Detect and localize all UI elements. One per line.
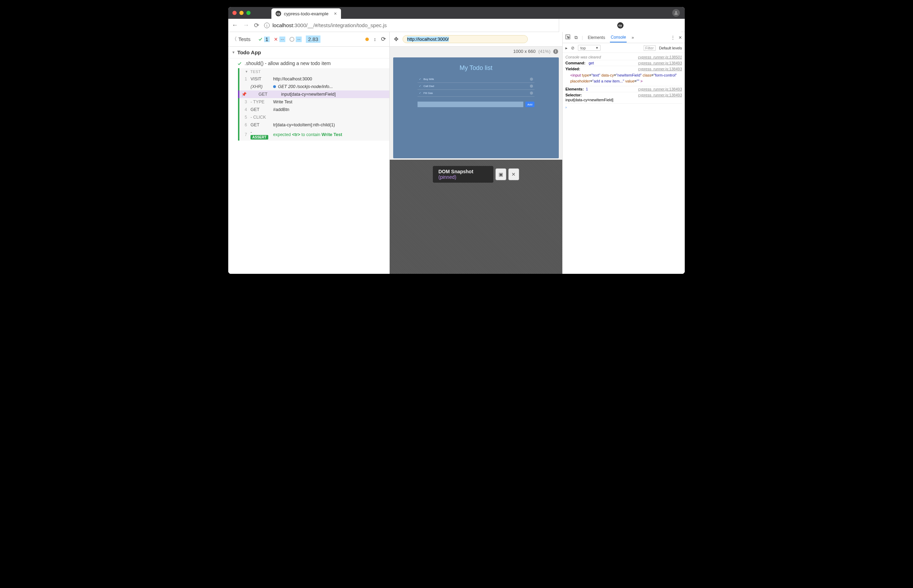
command-row[interactable]: 4GET#addBtn bbox=[239, 106, 389, 113]
site-info-icon[interactable]: i bbox=[264, 23, 270, 28]
url-field[interactable]: i localhost:3000/__/#/tests/integration/… bbox=[264, 22, 554, 28]
console-line: Yielded: cypress_runner.js:138493 bbox=[566, 66, 682, 72]
command-row[interactable]: (XHR)GET 200 /sockjs-node/info... bbox=[239, 83, 389, 90]
add-item-row: Add bbox=[417, 102, 535, 107]
source-link[interactable]: cypress_runner.js:138493 bbox=[638, 67, 682, 71]
viewport-meta: 1000 x 660 (41%) i bbox=[390, 47, 562, 56]
todo-item[interactable]: ✓Fill Gas bbox=[417, 90, 535, 97]
unpin-button[interactable]: ✕ bbox=[508, 168, 519, 180]
check-icon: ✓ bbox=[419, 84, 421, 88]
traffic-lights bbox=[233, 11, 250, 15]
preview-url[interactable]: http://localhost:3000/ bbox=[402, 35, 528, 43]
browser-window: cy cypress-todo-example × ← → ⟳ i localh… bbox=[228, 7, 685, 274]
pending-icon bbox=[289, 37, 294, 42]
url-host: localhost bbox=[272, 22, 293, 28]
source-link[interactable]: cypress_runner.js:138493 bbox=[638, 61, 682, 65]
suite-header[interactable]: ▼ Todo App bbox=[228, 47, 389, 58]
stat-passed: 1 bbox=[258, 37, 270, 42]
devtools-menu-icon[interactable]: ⋮ bbox=[671, 35, 675, 40]
status-dot-icon bbox=[365, 37, 369, 41]
command-row[interactable]: 6GETtr[data-cy=todoItem]:nth-child(1) bbox=[239, 121, 389, 129]
todo-item[interactable]: ✓Call Dad bbox=[417, 83, 535, 90]
x-icon: ✕ bbox=[274, 37, 278, 42]
maximize-window-icon[interactable] bbox=[246, 11, 250, 15]
rerun-icon[interactable]: ⟳ bbox=[381, 36, 386, 43]
console-output: Console was cleared cypress_runner.js:13… bbox=[562, 53, 685, 274]
yielded-element[interactable]: <input type="text" data-cy="newItemField… bbox=[566, 72, 682, 86]
profile-icon[interactable] bbox=[672, 9, 680, 17]
devtools-tabs: ⧉ | Elements Console » ⋮ ✕ bbox=[562, 32, 685, 43]
app-iframe: My Todo list ✓Buy Milk✓Call Dad✓Fill Gas… bbox=[393, 57, 559, 158]
command-row[interactable]: 1VISIThttp://localhost:3000 bbox=[239, 75, 389, 83]
command-row[interactable]: 5- CLICK bbox=[239, 113, 389, 121]
log-levels[interactable]: Default levels bbox=[659, 46, 682, 50]
devtools-close-icon[interactable]: ✕ bbox=[679, 35, 682, 40]
body-label: ▼ TEST bbox=[239, 68, 389, 75]
address-bar: ← → ⟳ i localhost:3000/__/#/tests/integr… bbox=[228, 19, 685, 32]
console-prompt[interactable]: › bbox=[566, 104, 682, 111]
caret-down-icon: ▼ bbox=[245, 70, 248, 73]
browser-tab[interactable]: cy cypress-todo-example × bbox=[271, 8, 341, 19]
stat-pending: -- bbox=[289, 37, 302, 42]
chevron-left-icon: 〈 bbox=[232, 36, 237, 42]
url-path: :3000/__/#/tests/integration/todo_spec.j… bbox=[293, 22, 386, 28]
source-link[interactable]: cypress_runner.js:138501 bbox=[638, 55, 682, 59]
info-icon[interactable]: i bbox=[553, 49, 558, 54]
remove-icon[interactable] bbox=[530, 92, 533, 95]
check-icon: ✓ bbox=[419, 92, 421, 95]
caret-down-icon: ▼ bbox=[232, 50, 235, 54]
back-icon[interactable]: ← bbox=[232, 21, 238, 29]
tab-elements[interactable]: Elements bbox=[587, 33, 606, 42]
selector-value: input[data-cy=newItemField] bbox=[566, 98, 682, 104]
command-row-assert[interactable]: 7 - ASSERT expected <tr> to contain Writ… bbox=[239, 129, 389, 141]
remove-icon[interactable] bbox=[530, 84, 533, 88]
forward-icon[interactable]: → bbox=[243, 21, 249, 29]
collapse-icon[interactable]: ↕ bbox=[374, 37, 376, 42]
devtools-panel: ⧉ | Elements Console » ⋮ ✕ ▸ ⊘ top▾ Filt… bbox=[562, 32, 685, 274]
tab-title: cypress-todo-example bbox=[284, 11, 328, 16]
console-line: Console was cleared cypress_runner.js:13… bbox=[566, 54, 682, 60]
source-link[interactable]: cypress_runner.js:138493 bbox=[638, 93, 682, 97]
new-item-input[interactable] bbox=[417, 102, 523, 107]
stat-failed: ✕ -- bbox=[274, 37, 285, 42]
more-tabs-icon[interactable]: » bbox=[632, 35, 634, 40]
tab-console[interactable]: Console bbox=[610, 33, 627, 42]
selector-playground-icon[interactable]: ✥ bbox=[394, 36, 398, 42]
console-play-icon[interactable]: ▸ bbox=[566, 45, 567, 50]
duration: 2.83 bbox=[306, 36, 320, 43]
context-select[interactable]: top▾ bbox=[578, 45, 601, 51]
reload-icon[interactable]: ⟳ bbox=[254, 21, 259, 29]
console-filter-input[interactable]: Filter bbox=[644, 45, 656, 51]
highlight-button[interactable]: ▣ bbox=[496, 168, 506, 180]
clear-console-icon[interactable]: ⊘ bbox=[571, 45, 574, 50]
check-icon: ✓ bbox=[419, 78, 421, 81]
remove-icon[interactable] bbox=[530, 78, 533, 81]
cypress-extension-icon[interactable]: cy bbox=[617, 22, 624, 29]
add-button[interactable]: Add bbox=[525, 102, 535, 107]
inspect-icon[interactable] bbox=[566, 34, 570, 40]
command-row[interactable]: 📌GETinput[data-cy=newItemField] bbox=[238, 90, 389, 98]
source-link[interactable]: cypress_runner.js:138493 bbox=[638, 87, 682, 91]
titlebar: cy cypress-todo-example × bbox=[228, 7, 685, 19]
console-line: Selector: cypress_runner.js:138493 bbox=[566, 92, 682, 98]
command-log-panel: 〈 Tests 1 ✕ -- -- 2.83 bbox=[228, 32, 390, 274]
console-line: Elements: 1 cypress_runner.js:138493 bbox=[566, 86, 682, 92]
test-row[interactable]: .should() - allow adding a new todo item bbox=[228, 58, 389, 68]
console-line: Command: get cypress_runner.js:138493 bbox=[566, 60, 682, 66]
preview-toolbar: ✥ http://localhost:3000/ bbox=[390, 32, 562, 47]
todo-item[interactable]: ✓Buy Milk bbox=[417, 76, 535, 83]
check-icon bbox=[258, 37, 263, 41]
back-to-tests-button[interactable]: 〈 Tests bbox=[232, 36, 250, 42]
console-toolbar: ▸ ⊘ top▾ Filter Default levels bbox=[562, 43, 685, 53]
snapshot-controls: DOM Snapshot (pinned) ▣ ✕ bbox=[433, 166, 519, 183]
command-row[interactable]: 3- TYPEWrite Test bbox=[239, 98, 389, 106]
device-icon[interactable]: ⧉ bbox=[574, 35, 578, 40]
app-content: 〈 Tests 1 ✕ -- -- 2.83 bbox=[228, 32, 685, 274]
close-tab-icon[interactable]: × bbox=[334, 11, 337, 16]
test-stats: 1 ✕ -- -- 2.83 bbox=[258, 36, 320, 43]
minimize-window-icon[interactable] bbox=[239, 11, 244, 15]
check-icon bbox=[237, 61, 242, 66]
snapshot-area: DOM Snapshot (pinned) ▣ ✕ bbox=[390, 160, 562, 274]
app-title: My Todo list bbox=[393, 65, 559, 72]
close-window-icon[interactable] bbox=[233, 11, 237, 15]
